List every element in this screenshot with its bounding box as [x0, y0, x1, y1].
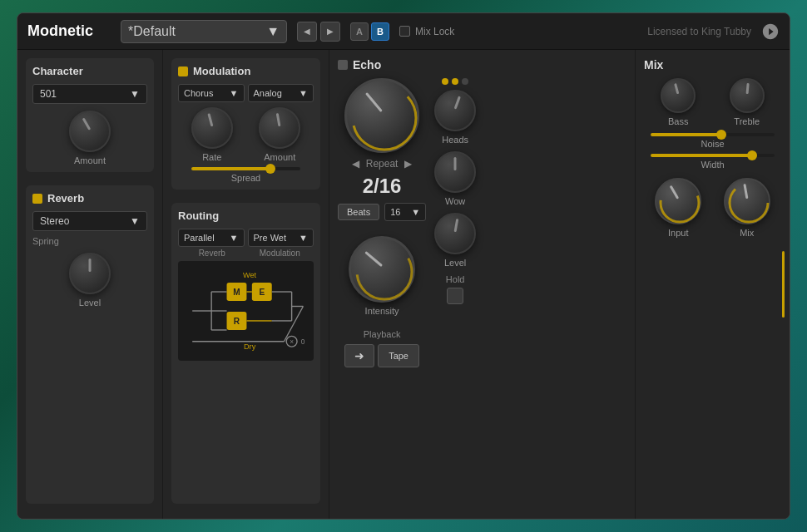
noise-slider-container: Noise: [644, 133, 781, 149]
noise-label: Noise: [701, 139, 724, 149]
heads-knob[interactable]: [434, 90, 476, 131]
width-slider[interactable]: [651, 154, 775, 157]
mix-label: Mix: [740, 228, 754, 238]
modulation-amount-knob[interactable]: [259, 107, 300, 149]
mix-lock-checkbox[interactable]: [399, 26, 410, 37]
character-amount-label: Amount: [74, 155, 106, 165]
beats-button[interactable]: Beats: [338, 204, 379, 220]
character-title: Character: [32, 65, 83, 77]
modulation-title: Modulation: [193, 65, 250, 77]
ab-buttons: A B: [350, 22, 389, 41]
intensity-knob-container: Intensity: [349, 236, 415, 316]
svg-text:Wet: Wet: [243, 271, 257, 279]
app-title: Modnetic: [27, 22, 111, 40]
intensity-label: Intensity: [365, 306, 399, 316]
routing-mod-label: Modulation: [246, 249, 314, 258]
svg-point-27: [730, 184, 768, 222]
echo-main-knob[interactable]: [344, 78, 419, 153]
bass-knob[interactable]: [661, 78, 696, 113]
licensed-text: Licensed to King Tubby: [647, 26, 751, 37]
mix-bottom-knobs: Input Mix: [644, 178, 781, 238]
modulation-section: Modulation Chorus ▼ Analog ▼: [171, 58, 320, 190]
next-preset-button[interactable]: ▶: [320, 22, 340, 42]
dropdown-arrow-icon: ▼: [266, 24, 280, 39]
routing-mod-value: Pre Wet: [254, 233, 287, 243]
routing-title: Routing: [178, 209, 219, 222]
modulation-indicator[interactable]: [178, 66, 188, 76]
b-button[interactable]: B: [371, 22, 389, 41]
input-knob[interactable]: [655, 178, 701, 224]
modulation-rate-label: Rate: [202, 152, 221, 162]
routing-reverb-value: Parallel: [184, 233, 215, 243]
playback-label: Playback: [364, 329, 401, 339]
reverb-section: Reverb Stereo ▼ Spring Level: [26, 185, 154, 504]
repeat-right-arrow-icon[interactable]: ▶: [404, 158, 412, 170]
svg-text:E: E: [259, 288, 265, 297]
beats-control: Beats 16 ▼: [338, 203, 426, 221]
noise-slider[interactable]: [651, 133, 775, 136]
panel-mix: Mix Bass Treble: [636, 50, 790, 519]
modulation-analog-dropdown[interactable]: Analog ▼: [248, 84, 314, 102]
tape-button[interactable]: Tape: [378, 344, 419, 367]
reverb-type-dropdown[interactable]: Stereo ▼: [32, 211, 147, 231]
svg-text:Dry: Dry: [244, 342, 256, 351]
mix-output-knob[interactable]: [724, 178, 770, 224]
character-amount-knob[interactable]: [69, 111, 111, 152]
echo-level-knob-container: Level: [434, 213, 476, 268]
mix-title: Mix: [644, 58, 663, 71]
modulation-type-value: Chorus: [184, 88, 213, 98]
wow-label: Wow: [445, 196, 465, 206]
spread-label: Spread: [231, 173, 260, 183]
hold-button[interactable]: [447, 288, 463, 304]
play-button[interactable]: ➜: [344, 344, 374, 367]
wow-knob-container: Wow: [434, 151, 476, 206]
mix-top-knobs: Bass Treble: [644, 78, 781, 126]
reverb-subtype: Spring: [32, 234, 147, 248]
preset-dropdown[interactable]: *Default ▼: [121, 20, 287, 43]
modulation-amount-knob-container: Amount: [259, 107, 300, 162]
panel-echo: Echo ◀ Repeat ▶ 2/16: [329, 50, 636, 519]
intensity-knob[interactable]: [349, 236, 415, 303]
wow-knob[interactable]: [434, 151, 476, 193]
head-dot-3: [462, 78, 468, 85]
routing-dropdowns: Parallel ▼ Pre Wet ▼: [178, 229, 314, 247]
echo-level-label: Level: [444, 258, 466, 268]
repeat-left-arrow-icon[interactable]: ◀: [352, 158, 359, 170]
reverb-dropdown-arrow-icon: ▼: [130, 215, 140, 227]
echo-level-knob[interactable]: [434, 213, 476, 254]
routing-mod-dropdown[interactable]: Pre Wet ▼: [248, 229, 314, 247]
nav-arrows: ◀ ▶: [297, 22, 340, 42]
reverb-level-knob[interactable]: [69, 253, 111, 294]
input-knob-container: Input: [655, 178, 701, 238]
character-amount-knob-container: Amount: [32, 111, 147, 165]
a-button[interactable]: A: [350, 22, 369, 41]
modulation-analog-value: Analog: [254, 88, 282, 98]
modulation-knobs-row: Rate Amount: [178, 107, 314, 162]
mix-lock-control: Mix Lock: [399, 26, 454, 37]
spread-slider[interactable]: [191, 167, 300, 170]
heads-knob-container: Heads: [434, 78, 476, 145]
width-slider-container: Width: [644, 154, 781, 170]
modulation-type-dropdown[interactable]: Chorus ▼: [178, 84, 245, 102]
mix-knob-container: Mix: [724, 178, 770, 238]
mod-analog-arrow-icon: ▼: [299, 88, 308, 98]
prev-preset-button[interactable]: ◀: [297, 22, 317, 42]
modulation-rate-knob-container: Rate: [191, 107, 233, 162]
routing-section: Routing Parallel ▼ Pre Wet ▼ Reverb: [171, 203, 320, 504]
heads-dots: [442, 78, 468, 85]
modulation-rate-knob[interactable]: [191, 107, 233, 149]
routing-reverb-dropdown[interactable]: Parallel ▼: [178, 229, 245, 247]
head-dot-2: [452, 78, 458, 85]
character-preset-value: 501: [40, 88, 57, 100]
svg-text:M: M: [233, 288, 240, 297]
character-preset-dropdown[interactable]: 501 ▼: [32, 84, 147, 104]
beats-value: 16: [390, 207, 400, 217]
main-content: Character 501 ▼ Amount: [17, 50, 790, 519]
reverb-indicator[interactable]: [32, 194, 42, 204]
beats-value-dropdown[interactable]: 16 ▼: [384, 203, 426, 221]
character-section: Character 501 ▼ Amount: [26, 58, 154, 172]
echo-indicator[interactable]: [338, 60, 348, 70]
modulation-dropdowns: Chorus ▼ Analog ▼: [178, 84, 314, 102]
treble-knob[interactable]: [730, 78, 765, 113]
reverb-level-label: Level: [79, 298, 101, 308]
